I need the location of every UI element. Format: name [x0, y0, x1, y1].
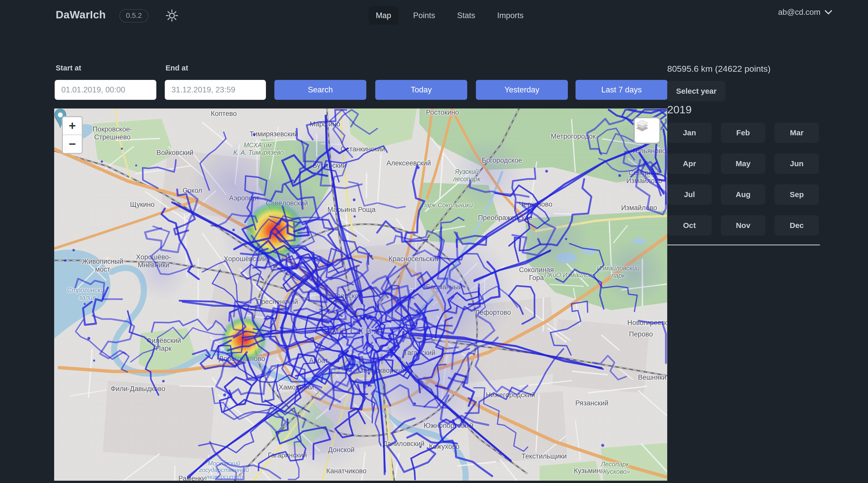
account-menu[interactable]: ab@cd.com	[778, 8, 832, 17]
end-at-input[interactable]	[165, 80, 266, 100]
month-grid: JanFebMarAprMayJunJulAugSepOctNovDec	[667, 123, 819, 236]
month-button-apr[interactable]: Apr	[667, 154, 712, 174]
last-7-days-button[interactable]: Last 7 days	[576, 80, 668, 100]
sun-icon	[165, 8, 179, 23]
nav-tabs: Map Points Stats Imports	[369, 6, 531, 25]
month-button-may[interactable]: May	[721, 154, 765, 174]
month-button-jun[interactable]: Jun	[775, 154, 819, 174]
map-canvas[interactable]: КоптевоМарфиноТимирязевскийОстанкинскийР…	[54, 108, 667, 481]
layers-icon	[635, 118, 650, 133]
end-at-label: End at	[165, 64, 188, 72]
today-button[interactable]: Today	[375, 80, 467, 100]
month-button-aug[interactable]: Aug	[721, 184, 765, 205]
month-button-feb[interactable]: Feb	[721, 123, 765, 143]
zoom-out-button[interactable]: −	[63, 135, 82, 153]
month-button-sep[interactable]: Sep	[775, 184, 819, 205]
gps-tracks-layer	[54, 108, 667, 481]
tab-map[interactable]: Map	[369, 6, 398, 25]
distance-points-summary: 80595.6 km (24622 points)	[667, 64, 770, 74]
sidebar-divider	[667, 245, 820, 245]
layers-control[interactable]	[633, 117, 660, 144]
version-badge: 0.5.2	[119, 9, 148, 23]
month-button-dec[interactable]: Dec	[775, 215, 819, 236]
month-button-nov[interactable]: Nov	[721, 215, 765, 236]
tab-points[interactable]: Points	[406, 6, 442, 25]
month-button-oct[interactable]: Oct	[667, 215, 712, 236]
start-at-input[interactable]	[55, 80, 156, 100]
chevron-down-icon	[825, 10, 832, 15]
tab-stats[interactable]: Stats	[450, 6, 482, 25]
month-button-mar[interactable]: Mar	[775, 123, 819, 143]
month-button-jul[interactable]: Jul	[667, 184, 712, 205]
year-heading: 2019	[667, 103, 692, 116]
tab-imports[interactable]: Imports	[490, 6, 531, 25]
select-year-button[interactable]: Select year	[667, 81, 725, 101]
search-button[interactable]: Search	[274, 80, 366, 100]
theme-toggle-button[interactable]	[165, 8, 179, 23]
app-root: DaWarIch 0.5.2 Map Points Stats Imports …	[0, 0, 868, 483]
yesterday-button[interactable]: Yesterday	[476, 80, 568, 100]
zoom-in-button[interactable]: +	[63, 117, 82, 135]
start-at-label: Start at	[56, 64, 81, 72]
month-button-jan[interactable]: Jan	[667, 123, 712, 143]
account-email: ab@cd.com	[778, 8, 820, 17]
app-logo: DaWarIch	[56, 9, 106, 21]
zoom-control: + −	[62, 116, 83, 154]
